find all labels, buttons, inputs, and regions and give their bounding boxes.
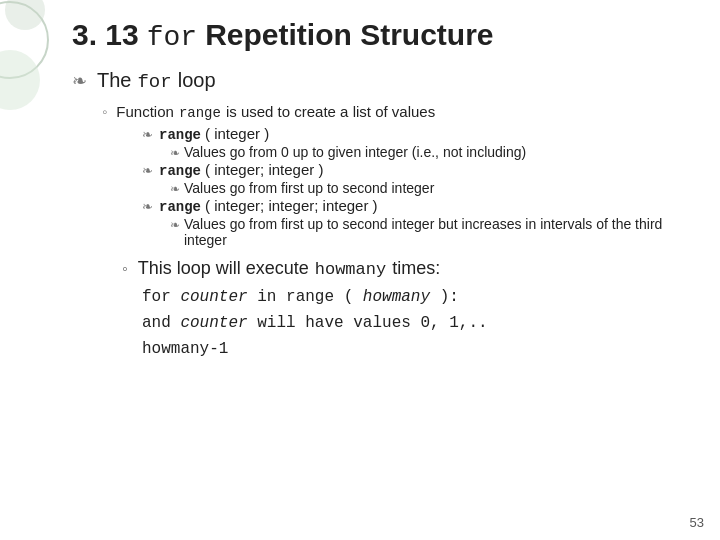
- loop-execute-prefix: This loop will execute: [138, 258, 309, 279]
- title-mono: for: [147, 22, 197, 53]
- slide-content: 3. 13 for Repetition Structure The for l…: [72, 0, 704, 540]
- svg-point-1: [0, 50, 40, 110]
- range-sub-text-1: Values go from 0 up to given integer (i.…: [184, 144, 526, 160]
- range-label-1: range: [159, 127, 201, 143]
- range-item-1: range ( integer ): [142, 125, 704, 143]
- code-line-1: for counter in range ( howmany ):: [142, 285, 704, 309]
- svg-point-2: [5, 0, 45, 30]
- range-sub-3: Values go from first up to second intege…: [170, 216, 704, 248]
- main-bullet-text: loop: [178, 69, 216, 92]
- range-sub-text-3: Values go from first up to second intege…: [184, 216, 704, 248]
- code-block: for counter in range ( howmany ): and co…: [142, 285, 704, 361]
- slide-container: 3. 13 for Repetition Structure The for l…: [0, 0, 720, 540]
- range-sub-1: Values go from 0 up to given integer (i.…: [170, 144, 704, 160]
- function-range-line: ◦ Function range is used to create a lis…: [102, 103, 704, 121]
- range-sub-text-2: Values go from first up to second intege…: [184, 180, 434, 196]
- range-sub-2: Values go from first up to second intege…: [170, 180, 704, 196]
- slide-title: 3. 13 for Repetition Structure: [72, 18, 704, 53]
- title-rest: Repetition Structure: [205, 18, 493, 52]
- range-args-2: ( integer; integer ): [205, 161, 323, 178]
- main-bullet-prefix: The: [97, 69, 131, 92]
- main-bullet-for-loop: The for loop: [72, 69, 704, 93]
- range-label-3: range: [159, 199, 201, 215]
- range-args-3: ( integer; integer; integer ): [205, 197, 378, 214]
- code-line-2: and counter will have values 0, 1,..: [142, 311, 704, 335]
- loop-execute-mono: howmany: [315, 260, 386, 279]
- range-items: range ( integer ) Values go from 0 up to…: [142, 125, 704, 248]
- loop-execute-suffix: times:: [392, 258, 440, 279]
- main-bullet-mono: for: [137, 71, 171, 93]
- circle-bullet-icon: ◦: [102, 103, 107, 120]
- page-number: 53: [690, 515, 704, 530]
- range-args-1: ( integer ): [205, 125, 269, 142]
- range-item-3: range ( integer; integer; integer ): [142, 197, 704, 215]
- decorative-circles: [0, 0, 80, 110]
- range-keyword: range: [179, 105, 221, 121]
- title-number: 3. 13: [72, 18, 139, 52]
- range-item-2: range ( integer; integer ): [142, 161, 704, 179]
- function-range-text: is used to create a list of values: [226, 103, 435, 120]
- loop-execute-line: This loop will execute howmany times:: [122, 258, 704, 279]
- function-label: Function: [116, 103, 174, 120]
- code-line-3: howmany-1: [142, 337, 704, 361]
- function-range-section: ◦ Function range is used to create a lis…: [102, 103, 704, 361]
- range-label-2: range: [159, 163, 201, 179]
